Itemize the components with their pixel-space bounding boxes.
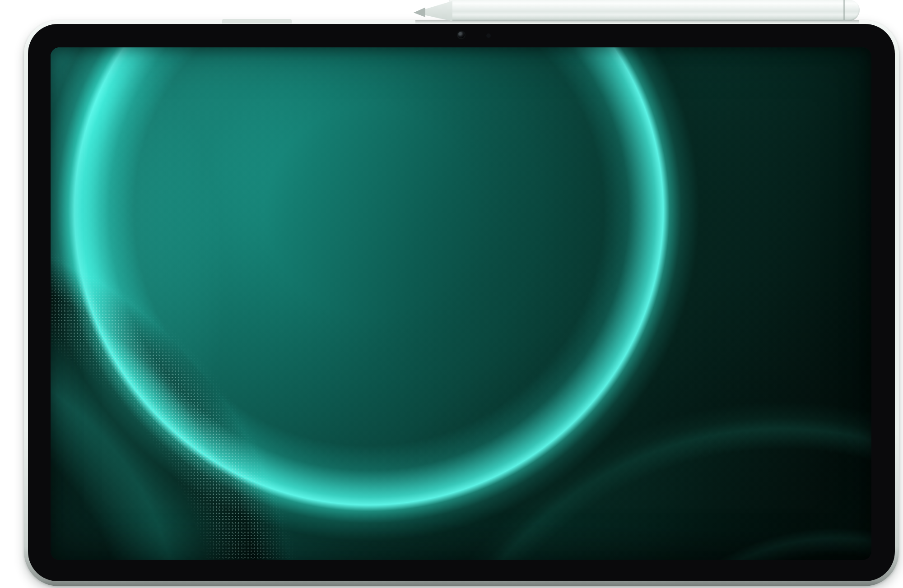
screen-wallpaper xyxy=(51,47,871,560)
stylus-tip-point xyxy=(414,1,425,21)
ambient-light-sensor xyxy=(486,33,491,38)
wallpaper-particle-speckles xyxy=(51,47,871,560)
stylus-barrel xyxy=(449,0,860,21)
top-edge-antenna-band xyxy=(222,19,292,23)
front-camera-lens xyxy=(458,32,465,38)
product-photo-background xyxy=(0,0,903,588)
stylus-cap-seam xyxy=(843,0,845,20)
stylus-pen xyxy=(414,0,860,21)
